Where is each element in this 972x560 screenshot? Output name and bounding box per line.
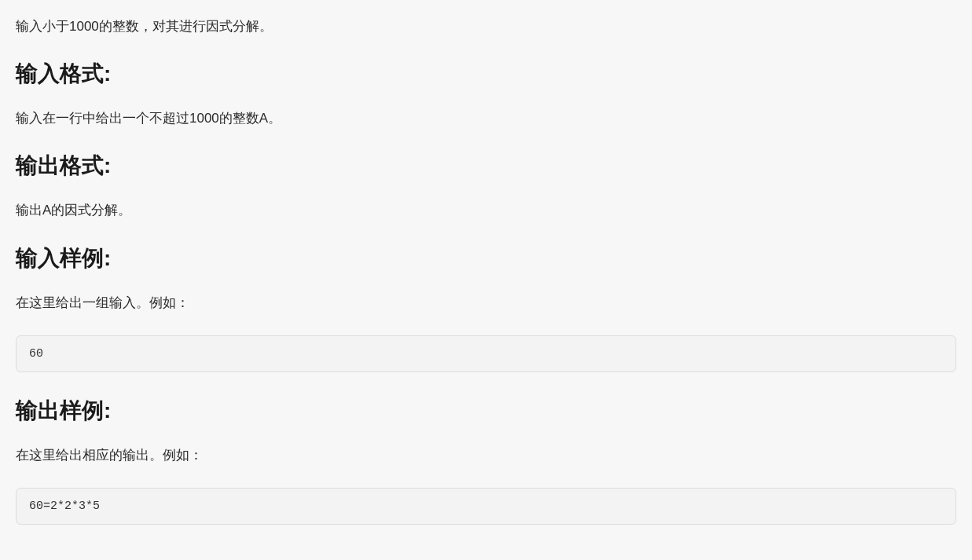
input-sample-text: 在这里给出一组输入。例如： [16,292,956,313]
input-sample-code: 60 [16,335,956,372]
input-format-heading: 输入格式: [16,59,956,89]
output-sample-code: 60=2*2*3*5 [16,488,956,525]
input-sample-heading: 输入样例: [16,243,956,273]
output-sample-heading: 输出样例: [16,396,956,426]
output-format-text: 输出A的因式分解。 [16,199,956,221]
problem-statement: 输入小于1000的整数，对其进行因式分解。 输入格式: 输入在一行中给出一个不超… [16,16,956,525]
intro-paragraph: 输入小于1000的整数，对其进行因式分解。 [16,16,956,37]
input-format-text: 输入在一行中给出一个不超过1000的整数A。 [16,108,956,129]
output-sample-text: 在这里给出相应的输出。例如： [16,445,956,466]
output-format-heading: 输出格式: [16,151,956,181]
